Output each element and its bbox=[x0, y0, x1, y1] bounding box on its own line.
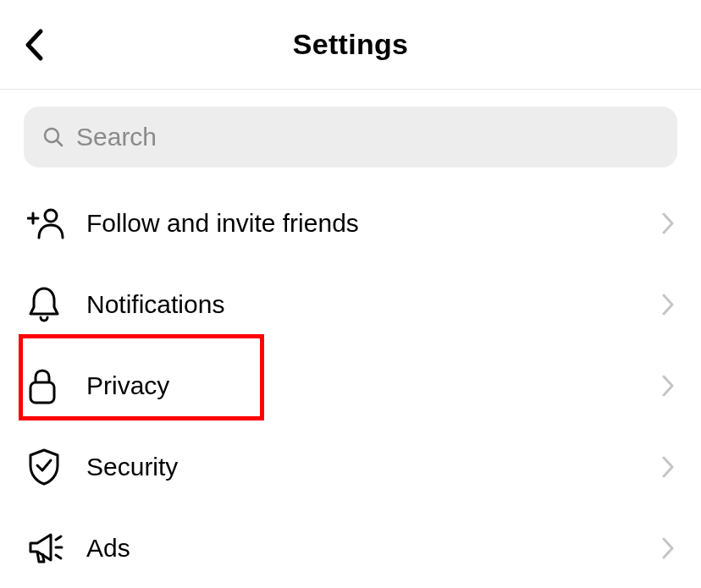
item-ads[interactable]: Ads bbox=[24, 508, 677, 588]
back-button[interactable] bbox=[17, 28, 51, 62]
item-security[interactable]: Security bbox=[24, 426, 677, 508]
item-label: Notifications bbox=[86, 290, 662, 319]
chevron-right-icon bbox=[662, 212, 674, 234]
chevron-right-icon bbox=[662, 375, 674, 397]
svg-line-1 bbox=[57, 140, 62, 146]
item-notifications[interactable]: Notifications bbox=[24, 264, 677, 345]
add-person-icon bbox=[27, 207, 66, 239]
item-label: Follow and invite friends bbox=[86, 209, 662, 238]
item-label: Privacy bbox=[86, 371, 662, 400]
chevron-right-icon bbox=[662, 537, 674, 559]
item-label: Security bbox=[86, 453, 662, 481]
svg-line-6 bbox=[56, 536, 61, 540]
search-input[interactable] bbox=[76, 123, 659, 151]
page-title: Settings bbox=[293, 28, 409, 61]
bell-icon bbox=[27, 287, 61, 322]
header: Settings bbox=[0, 0, 701, 90]
chevron-left-icon bbox=[23, 28, 45, 62]
lock-icon bbox=[27, 367, 58, 404]
search-field[interactable] bbox=[24, 107, 677, 168]
svg-line-8 bbox=[56, 555, 61, 558]
item-label: Ads bbox=[86, 534, 662, 563]
svg-point-2 bbox=[45, 210, 57, 222]
svg-rect-5 bbox=[30, 382, 54, 403]
search-icon bbox=[42, 126, 64, 148]
megaphone-icon bbox=[27, 531, 64, 565]
item-privacy[interactable]: Privacy bbox=[24, 345, 677, 426]
shield-check-icon bbox=[27, 448, 61, 486]
chevron-right-icon bbox=[662, 294, 674, 316]
item-follow-invite[interactable]: Follow and invite friends bbox=[24, 183, 677, 264]
content: Follow and invite friends Notifications … bbox=[0, 90, 701, 588]
chevron-right-icon bbox=[662, 456, 674, 478]
